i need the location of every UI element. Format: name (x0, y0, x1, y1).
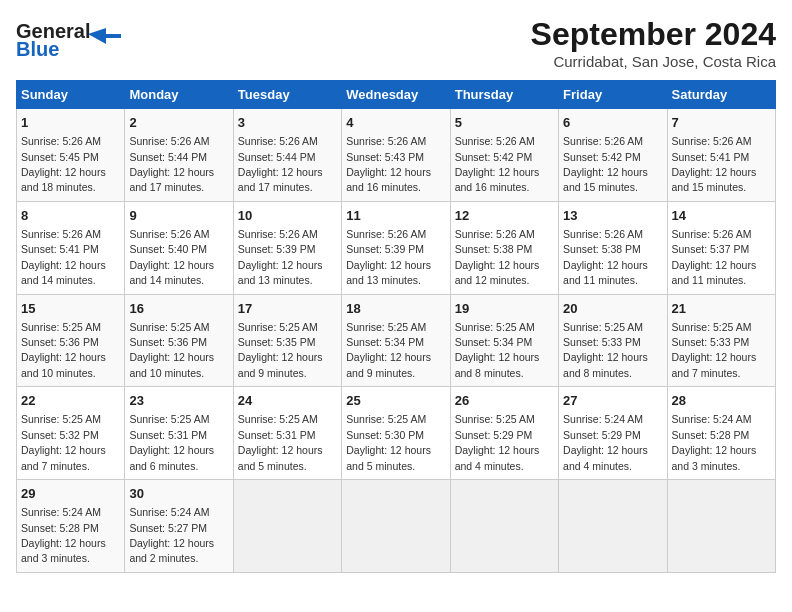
day-info: Sunrise: 5:26 AM Sunset: 5:38 PM Dayligh… (563, 228, 648, 286)
day-cell: 9Sunrise: 5:26 AM Sunset: 5:40 PM Daylig… (125, 201, 233, 294)
day-info: Sunrise: 5:24 AM Sunset: 5:28 PM Dayligh… (672, 413, 757, 471)
day-number: 14 (672, 207, 771, 225)
day-cell: 2Sunrise: 5:26 AM Sunset: 5:44 PM Daylig… (125, 109, 233, 202)
day-cell: 28Sunrise: 5:24 AM Sunset: 5:28 PM Dayli… (667, 387, 775, 480)
day-cell: 27Sunrise: 5:24 AM Sunset: 5:29 PM Dayli… (559, 387, 667, 480)
day-cell: 1Sunrise: 5:26 AM Sunset: 5:45 PM Daylig… (17, 109, 125, 202)
day-cell: 30Sunrise: 5:24 AM Sunset: 5:27 PM Dayli… (125, 480, 233, 573)
header-friday: Friday (559, 81, 667, 109)
svg-text:Blue: Blue (16, 38, 59, 60)
day-number: 17 (238, 300, 337, 318)
day-number: 10 (238, 207, 337, 225)
day-number: 6 (563, 114, 662, 132)
day-cell: 24Sunrise: 5:25 AM Sunset: 5:31 PM Dayli… (233, 387, 341, 480)
day-cell: 20Sunrise: 5:25 AM Sunset: 5:33 PM Dayli… (559, 294, 667, 387)
day-cell: 13Sunrise: 5:26 AM Sunset: 5:38 PM Dayli… (559, 201, 667, 294)
header-monday: Monday (125, 81, 233, 109)
day-info: Sunrise: 5:25 AM Sunset: 5:33 PM Dayligh… (672, 321, 757, 379)
day-cell: 12Sunrise: 5:26 AM Sunset: 5:38 PM Dayli… (450, 201, 558, 294)
day-number: 18 (346, 300, 445, 318)
day-number: 30 (129, 485, 228, 503)
day-info: Sunrise: 5:26 AM Sunset: 5:41 PM Dayligh… (672, 135, 757, 193)
week-row-3: 15Sunrise: 5:25 AM Sunset: 5:36 PM Dayli… (17, 294, 776, 387)
day-number: 20 (563, 300, 662, 318)
location-title: Curridabat, San Jose, Costa Rica (531, 53, 776, 70)
day-info: Sunrise: 5:26 AM Sunset: 5:40 PM Dayligh… (129, 228, 214, 286)
day-cell (233, 480, 341, 573)
day-number: 29 (21, 485, 120, 503)
day-cell: 16Sunrise: 5:25 AM Sunset: 5:36 PM Dayli… (125, 294, 233, 387)
day-cell: 25Sunrise: 5:25 AM Sunset: 5:30 PM Dayli… (342, 387, 450, 480)
header-saturday: Saturday (667, 81, 775, 109)
day-info: Sunrise: 5:25 AM Sunset: 5:35 PM Dayligh… (238, 321, 323, 379)
day-cell: 3Sunrise: 5:26 AM Sunset: 5:44 PM Daylig… (233, 109, 341, 202)
day-cell: 22Sunrise: 5:25 AM Sunset: 5:32 PM Dayli… (17, 387, 125, 480)
day-cell: 6Sunrise: 5:26 AM Sunset: 5:42 PM Daylig… (559, 109, 667, 202)
day-cell (342, 480, 450, 573)
month-title: September 2024 (531, 16, 776, 53)
day-number: 3 (238, 114, 337, 132)
day-cell (559, 480, 667, 573)
week-row-2: 8Sunrise: 5:26 AM Sunset: 5:41 PM Daylig… (17, 201, 776, 294)
svg-marker-2 (88, 28, 121, 44)
day-info: Sunrise: 5:26 AM Sunset: 5:43 PM Dayligh… (346, 135, 431, 193)
day-number: 22 (21, 392, 120, 410)
day-number: 16 (129, 300, 228, 318)
day-cell: 11Sunrise: 5:26 AM Sunset: 5:39 PM Dayli… (342, 201, 450, 294)
day-cell: 5Sunrise: 5:26 AM Sunset: 5:42 PM Daylig… (450, 109, 558, 202)
day-number: 25 (346, 392, 445, 410)
day-cell: 17Sunrise: 5:25 AM Sunset: 5:35 PM Dayli… (233, 294, 341, 387)
day-number: 24 (238, 392, 337, 410)
day-info: Sunrise: 5:25 AM Sunset: 5:32 PM Dayligh… (21, 413, 106, 471)
day-number: 23 (129, 392, 228, 410)
day-cell: 21Sunrise: 5:25 AM Sunset: 5:33 PM Dayli… (667, 294, 775, 387)
day-number: 5 (455, 114, 554, 132)
day-number: 1 (21, 114, 120, 132)
header-wednesday: Wednesday (342, 81, 450, 109)
day-cell: 18Sunrise: 5:25 AM Sunset: 5:34 PM Dayli… (342, 294, 450, 387)
logo: General Blue (16, 16, 136, 61)
day-cell: 14Sunrise: 5:26 AM Sunset: 5:37 PM Dayli… (667, 201, 775, 294)
day-number: 9 (129, 207, 228, 225)
day-number: 28 (672, 392, 771, 410)
day-number: 12 (455, 207, 554, 225)
day-info: Sunrise: 5:25 AM Sunset: 5:33 PM Dayligh… (563, 321, 648, 379)
day-number: 19 (455, 300, 554, 318)
day-info: Sunrise: 5:25 AM Sunset: 5:31 PM Dayligh… (129, 413, 214, 471)
header-sunday: Sunday (17, 81, 125, 109)
day-number: 8 (21, 207, 120, 225)
day-info: Sunrise: 5:25 AM Sunset: 5:34 PM Dayligh… (346, 321, 431, 379)
calendar-table: SundayMondayTuesdayWednesdayThursdayFrid… (16, 80, 776, 573)
header-thursday: Thursday (450, 81, 558, 109)
day-number: 4 (346, 114, 445, 132)
day-info: Sunrise: 5:26 AM Sunset: 5:39 PM Dayligh… (238, 228, 323, 286)
day-number: 27 (563, 392, 662, 410)
day-info: Sunrise: 5:26 AM Sunset: 5:39 PM Dayligh… (346, 228, 431, 286)
day-info: Sunrise: 5:26 AM Sunset: 5:42 PM Dayligh… (455, 135, 540, 193)
day-info: Sunrise: 5:26 AM Sunset: 5:37 PM Dayligh… (672, 228, 757, 286)
day-number: 15 (21, 300, 120, 318)
day-number: 2 (129, 114, 228, 132)
day-info: Sunrise: 5:25 AM Sunset: 5:36 PM Dayligh… (21, 321, 106, 379)
day-number: 7 (672, 114, 771, 132)
day-info: Sunrise: 5:26 AM Sunset: 5:42 PM Dayligh… (563, 135, 648, 193)
day-info: Sunrise: 5:26 AM Sunset: 5:41 PM Dayligh… (21, 228, 106, 286)
day-info: Sunrise: 5:26 AM Sunset: 5:44 PM Dayligh… (129, 135, 214, 193)
day-cell: 4Sunrise: 5:26 AM Sunset: 5:43 PM Daylig… (342, 109, 450, 202)
header-tuesday: Tuesday (233, 81, 341, 109)
day-cell (450, 480, 558, 573)
day-info: Sunrise: 5:24 AM Sunset: 5:29 PM Dayligh… (563, 413, 648, 471)
day-cell: 7Sunrise: 5:26 AM Sunset: 5:41 PM Daylig… (667, 109, 775, 202)
day-cell: 15Sunrise: 5:25 AM Sunset: 5:36 PM Dayli… (17, 294, 125, 387)
day-info: Sunrise: 5:26 AM Sunset: 5:44 PM Dayligh… (238, 135, 323, 193)
day-cell: 10Sunrise: 5:26 AM Sunset: 5:39 PM Dayli… (233, 201, 341, 294)
day-number: 11 (346, 207, 445, 225)
week-row-1: 1Sunrise: 5:26 AM Sunset: 5:45 PM Daylig… (17, 109, 776, 202)
day-number: 13 (563, 207, 662, 225)
day-info: Sunrise: 5:25 AM Sunset: 5:29 PM Dayligh… (455, 413, 540, 471)
day-info: Sunrise: 5:24 AM Sunset: 5:27 PM Dayligh… (129, 506, 214, 564)
week-row-5: 29Sunrise: 5:24 AM Sunset: 5:28 PM Dayli… (17, 480, 776, 573)
day-info: Sunrise: 5:25 AM Sunset: 5:36 PM Dayligh… (129, 321, 214, 379)
day-cell: 29Sunrise: 5:24 AM Sunset: 5:28 PM Dayli… (17, 480, 125, 573)
day-number: 21 (672, 300, 771, 318)
